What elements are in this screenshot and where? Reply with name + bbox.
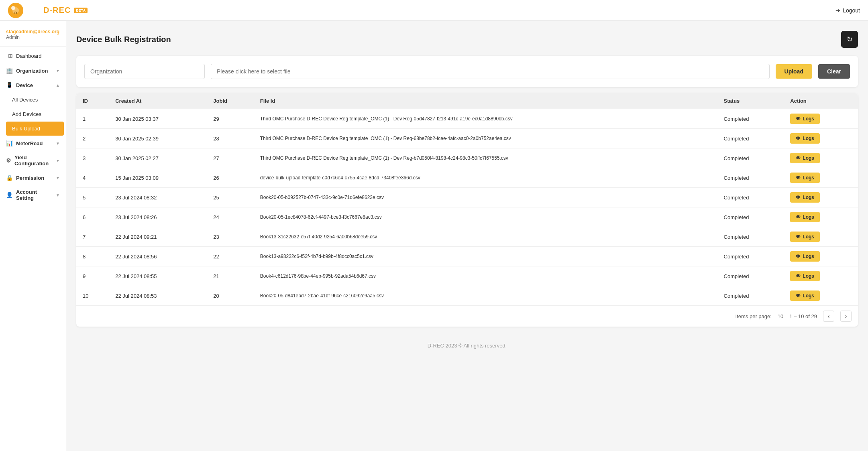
cell-jobid: 26 (207, 168, 253, 188)
cell-created-at: 23 Jul 2024 08:26 (109, 207, 207, 227)
chevron-down-icon: ▼ (56, 176, 60, 180)
svg-text:D: D (14, 11, 17, 15)
sidebar-item-label: Organization (16, 68, 48, 74)
logout-button[interactable]: ➔ Logout (835, 7, 860, 14)
table-row: 10 22 Jul 2024 08:53 20 Book20-05-d841eb… (76, 286, 858, 306)
cell-jobid: 24 (207, 207, 253, 227)
logs-button[interactable]: 👁 Logs (790, 133, 820, 144)
sidebar-item-add-devices[interactable]: Add Devices (6, 107, 64, 121)
clear-button[interactable]: Clear (818, 64, 850, 79)
cell-file-id: Book20-05-1ec84078-62cf-4497-bce3-f3c766… (254, 207, 717, 227)
sidebar-item-organization[interactable]: 🏢 Organization ▼ (0, 63, 66, 78)
chevron-down-icon: ▼ (56, 193, 60, 197)
eye-icon: 👁 (796, 195, 801, 200)
account-icon: 👤 (6, 192, 13, 198)
chevron-down-icon: ▼ (56, 69, 60, 73)
cell-file-id: Book4-c612d176-98be-44eb-995b-92ada54b6d… (254, 266, 717, 286)
table-row: 6 23 Jul 2024 08:26 24 Book20-05-1ec8407… (76, 207, 858, 227)
eye-icon: 👁 (796, 234, 801, 240)
sidebar-item-all-devices[interactable]: All Devices (6, 93, 64, 107)
cell-file-id: Book20-05-d841ebd7-2bae-41bf-96ce-c21609… (254, 286, 717, 306)
table: ID Created At JobId File Id Status Actio… (76, 93, 858, 306)
main-content: Device Bulk Registration ↻ Upload Clear … (66, 21, 868, 451)
cell-created-at: 22 Jul 2024 08:53 (109, 286, 207, 306)
cell-action: 👁 Logs (784, 247, 858, 266)
file-input[interactable] (211, 64, 770, 79)
logs-label: Logs (803, 195, 814, 200)
cell-id: 6 (76, 207, 109, 227)
table-row: 7 22 Jul 2024 09:21 23 Book13-31c22632-e… (76, 227, 858, 247)
chevron-down-icon: ▼ (56, 158, 60, 163)
logs-button[interactable]: 👁 Logs (790, 251, 820, 262)
yield-icon: ⚙ (6, 157, 11, 164)
sidebar-item-permission[interactable]: 🔒 Permission ▼ (0, 171, 66, 185)
refresh-button[interactable]: ↻ (841, 31, 858, 48)
brand: D D-REC BETA (8, 3, 88, 18)
cell-file-id: device-bulk-upload-template-c0d7c6e4-c75… (254, 168, 717, 188)
pagination: Items per page: 10 1 – 10 of 29 ‹ › (76, 306, 858, 327)
cell-id: 8 (76, 247, 109, 266)
cell-jobid: 28 (207, 129, 253, 148)
sidebar-user: stageadmin@drecs.org Admin (0, 25, 66, 47)
cell-action: 👁 Logs (784, 286, 858, 306)
logs-label: Logs (803, 293, 814, 299)
eye-icon: 👁 (796, 214, 801, 220)
logs-label: Logs (803, 254, 814, 259)
logs-button[interactable]: 👁 Logs (790, 173, 820, 183)
cell-jobid: 21 (207, 266, 253, 286)
sidebar-item-label: Dashboard (16, 53, 42, 59)
logs-button[interactable]: 👁 Logs (790, 271, 820, 281)
upload-button[interactable]: Upload (776, 64, 812, 79)
cell-id: 1 (76, 109, 109, 129)
sidebar-item-label: Yield Configuration (14, 154, 56, 167)
cell-id: 3 (76, 148, 109, 168)
organization-input[interactable] (84, 64, 205, 79)
cell-jobid: 29 (207, 109, 253, 129)
logs-button[interactable]: 👁 Logs (790, 153, 820, 163)
logs-button[interactable]: 👁 Logs (790, 192, 820, 203)
sidebar-item-label: Permission (16, 175, 44, 181)
sidebar-item-account-setting[interactable]: 👤 Account Setting ▼ (0, 185, 66, 205)
col-created-at: Created At (109, 93, 207, 109)
meterread-icon: 📊 (6, 140, 13, 146)
permission-icon: 🔒 (6, 175, 13, 181)
logs-button[interactable]: 👁 Logs (790, 291, 820, 301)
sidebar-item-label: Account Setting (16, 189, 56, 201)
logs-label: Logs (803, 273, 814, 279)
cell-created-at: 22 Jul 2024 09:21 (109, 227, 207, 247)
sidebar-item-meterread[interactable]: 📊 MeterRead ▼ (0, 136, 66, 150)
next-page-button[interactable]: › (840, 311, 852, 322)
cell-status: Completed (717, 227, 784, 247)
logs-button[interactable]: 👁 Logs (790, 232, 820, 242)
sidebar-item-yield-config[interactable]: ⚙ Yield Configuration ▼ (0, 150, 66, 171)
table-row: 8 22 Jul 2024 08:56 22 Book13-a93232c6-f… (76, 247, 858, 266)
sidebar-item-dashboard[interactable]: ⊞ Dashboard (2, 49, 64, 63)
eye-icon: 👁 (796, 273, 801, 279)
prev-page-button[interactable]: ‹ (823, 311, 834, 322)
cell-action: 👁 Logs (784, 109, 858, 129)
add-devices-label: Add Devices (12, 111, 41, 117)
chevron-right-icon: › (845, 313, 847, 319)
chevron-down-icon: ▼ (56, 141, 60, 146)
col-file-id: File Id (254, 93, 717, 109)
refresh-icon: ↻ (847, 35, 853, 44)
cell-action: 👁 Logs (784, 207, 858, 227)
cell-file-id: Third OMC Purchase D-REC Device Reg temp… (254, 129, 717, 148)
logs-button[interactable]: 👁 Logs (790, 114, 820, 124)
cell-created-at: 23 Jul 2024 08:32 (109, 188, 207, 207)
cell-id: 4 (76, 168, 109, 188)
sidebar-item-device[interactable]: 📱 Device ▲ (0, 78, 66, 92)
cell-id: 7 (76, 227, 109, 247)
cell-action: 👁 Logs (784, 168, 858, 188)
cell-file-id: Third OMC Purchase D-REC Device Reg temp… (254, 109, 717, 129)
cell-id: 5 (76, 188, 109, 207)
col-id: ID (76, 93, 109, 109)
items-per-page-label: Items per page: (736, 313, 772, 319)
col-action: Action (784, 93, 858, 109)
cell-file-id: Third OMC Purchase D-REC Device Reg temp… (254, 148, 717, 168)
cell-status: Completed (717, 168, 784, 188)
logs-label: Logs (803, 136, 814, 141)
sidebar-item-bulk-upload[interactable]: Bulk Upload (6, 122, 64, 136)
logs-button[interactable]: 👁 Logs (790, 212, 820, 222)
eye-icon: 👁 (796, 175, 801, 181)
